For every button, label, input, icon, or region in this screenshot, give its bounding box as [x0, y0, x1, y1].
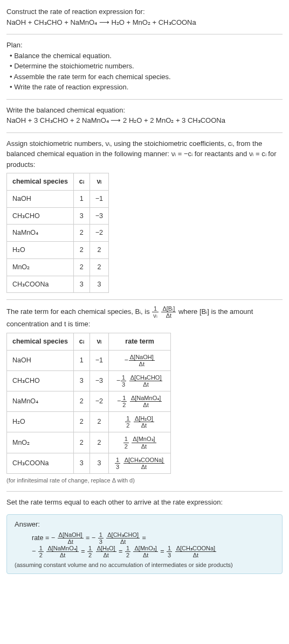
- frac-num: 1: [121, 395, 127, 402]
- frac-den: Δt: [175, 552, 216, 558]
- table-row: CH₃COONa33: [7, 276, 109, 293]
- fraction: Δ[CH₃COONa]Δt: [123, 457, 164, 470]
- cell-v: 2: [90, 432, 108, 453]
- frac-num: Δ[NaMnO₄]: [130, 395, 162, 402]
- plan-heading: Plan:: [6, 40, 283, 51]
- frac-den: Δt: [134, 422, 154, 429]
- frac-den: 2: [87, 552, 93, 558]
- frac-num: 1: [167, 545, 172, 552]
- cell-v: −3: [90, 207, 108, 225]
- cell-species: NaMnO₄: [7, 391, 74, 412]
- frac-den: Δt: [132, 443, 156, 450]
- frac-den: Δt: [46, 552, 78, 558]
- fraction: Δ[NaOH]Δt: [129, 354, 155, 367]
- table-header-row: chemical species cᵢ νᵢ rate term: [7, 333, 171, 350]
- cell-v: −1: [90, 190, 108, 207]
- sign: −: [116, 377, 120, 384]
- frac-den: 3: [98, 538, 104, 545]
- cell-c: 1: [73, 350, 90, 370]
- table-row: MnO₂2212 Δ[MnO₂]Δt: [7, 432, 171, 453]
- fraction: Δ[NaMnO₄]Δt: [130, 395, 162, 408]
- cell-c: 2: [73, 412, 90, 432]
- cell-c: 2: [73, 258, 90, 276]
- cell-v: −2: [90, 225, 108, 242]
- cell-rate-term: 12 Δ[H₂O]Δt: [109, 412, 171, 432]
- frac-den: Δt: [96, 552, 116, 558]
- frac-num: Δ[MnO₂]: [133, 545, 157, 552]
- answer-equation: rate = − Δ[NaOH]Δt = − 13 Δ[CH₃CHO]Δt = …: [15, 531, 274, 558]
- frac-den: Δt: [123, 464, 164, 470]
- fraction: 12: [125, 545, 130, 558]
- fraction: 12: [123, 436, 129, 449]
- col-species: chemical species: [7, 333, 74, 350]
- frac-num: 1: [115, 457, 120, 464]
- cell-species: NaOH: [7, 190, 74, 207]
- frac-num: 1: [98, 531, 104, 538]
- fraction: 13: [115, 457, 120, 470]
- col-ci: cᵢ: [73, 333, 90, 350]
- cell-species: CH₃COONa: [7, 453, 74, 473]
- fraction: Δ[H₂O]Δt: [96, 545, 116, 558]
- divider: [6, 132, 283, 133]
- frac-den: 2: [125, 422, 130, 429]
- frac-den: 2: [123, 443, 129, 450]
- cell-v: 2: [90, 242, 108, 259]
- fraction: Δ[CH₃CHO]Δt: [106, 531, 140, 545]
- fraction: Δ[MnO₂]Δt: [133, 545, 157, 558]
- fraction: 12: [38, 545, 44, 558]
- sign: −: [117, 397, 121, 405]
- table-header-row: chemical species cᵢ νᵢ: [7, 173, 109, 191]
- cell-species: H₂O: [7, 412, 74, 432]
- cell-v: 3: [90, 276, 108, 293]
- frac-num: 1: [38, 545, 44, 552]
- prompt-line: Construct the rate of reaction expressio…: [6, 6, 283, 17]
- frac-den: 3: [121, 381, 126, 388]
- fraction: 13: [98, 531, 104, 545]
- assign-block: Assign stoichiometric numbers, νᵢ, using…: [6, 138, 283, 293]
- balanced-heading: Write the balanced chemical equation:: [6, 105, 283, 116]
- frac-num: 1: [87, 545, 93, 552]
- frac-num: 1: [125, 415, 130, 422]
- frac-num: Δ[MnO₂]: [132, 436, 156, 443]
- col-species: chemical species: [7, 173, 74, 191]
- table-row: NaMnO₄2−2−12 Δ[NaMnO₄]Δt: [7, 391, 171, 412]
- frac-num: Δ[NaOH]: [58, 531, 84, 538]
- cell-v: −1: [90, 350, 108, 370]
- col-vi: νᵢ: [90, 333, 108, 350]
- frac-den: Δt: [129, 381, 163, 388]
- divider: [6, 299, 283, 300]
- fraction: Δ[NaOH]Δt: [58, 531, 84, 545]
- cell-species: NaMnO₄: [7, 225, 74, 242]
- frac-num: Δ[CH₃COONa]: [123, 457, 164, 464]
- frac-num: 1: [152, 305, 159, 312]
- cell-v: 2: [90, 412, 108, 432]
- frac-den: 2: [125, 552, 130, 558]
- fraction: 12: [87, 545, 93, 558]
- cell-rate-term: −13 Δ[CH₃CHO]Δt: [109, 370, 171, 391]
- cell-rate-term: −Δ[NaOH]Δt: [109, 350, 171, 370]
- col-rate-term: rate term: [109, 333, 171, 350]
- eq-text: −: [32, 548, 36, 555]
- assign-text: Assign stoichiometric numbers, νᵢ, using…: [6, 138, 283, 170]
- eq-text: rate = −: [32, 534, 55, 542]
- balanced-equation: NaOH + 3 CH₃CHO + 2 NaMnO₄ ⟶ 2 H₂O + 2 M…: [6, 115, 283, 126]
- frac-num: 1: [121, 374, 126, 381]
- cell-c: 2: [73, 225, 90, 242]
- cell-c: 3: [73, 453, 90, 473]
- fraction: 13: [121, 374, 126, 388]
- fraction: Δ[NaMnO₄]Δt: [46, 545, 78, 558]
- cell-c: 3: [73, 207, 90, 225]
- fraction: 13: [167, 545, 172, 558]
- frac-den: 2: [121, 402, 127, 408]
- plan-block: Plan: • Balance the chemical equation. •…: [6, 40, 283, 93]
- table-row: NaOH1−1: [7, 190, 109, 207]
- eq-text: = −: [86, 534, 95, 542]
- cell-species: NaOH: [7, 350, 74, 370]
- table-row: H₂O22: [7, 242, 109, 259]
- plan-item: • Balance the chemical equation.: [6, 51, 283, 61]
- prompt-equation: NaOH + CH₃CHO + NaMnO₄ ⟶ H₂O + MnO₂ + CH…: [6, 17, 283, 28]
- frac-den: 3: [115, 464, 120, 470]
- table-caption: (for infinitesimal rate of change, repla…: [6, 476, 283, 485]
- eq-text: =: [81, 548, 87, 555]
- cell-c: 3: [73, 370, 90, 391]
